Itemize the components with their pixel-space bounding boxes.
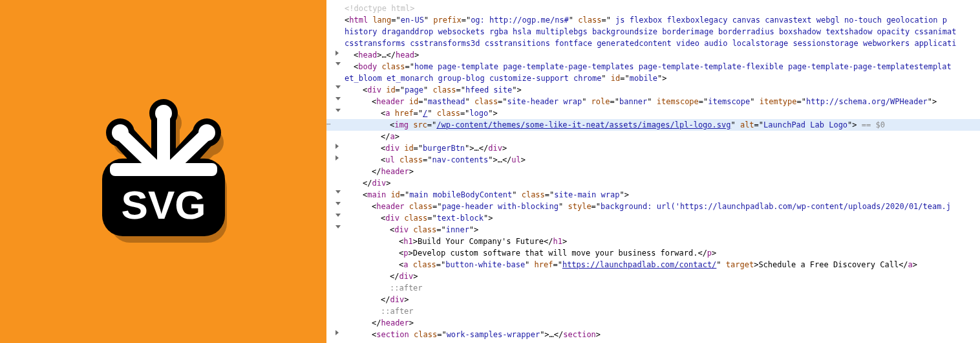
expand-caret-icon[interactable] bbox=[336, 155, 339, 160]
main-open[interactable]: <main id="main mobileBodyContent" class=… bbox=[326, 189, 980, 201]
page-header-open[interactable]: <header class="page-header with-blocking… bbox=[326, 201, 980, 212]
page-div-close[interactable]: </div> bbox=[326, 177, 980, 189]
selected-img-line[interactable]: ⋯<img src="/wp-content/themes/some-like-… bbox=[326, 119, 980, 131]
p-line[interactable]: <p>Develop custom software that will mov… bbox=[326, 247, 980, 259]
inner-open[interactable]: <div class="inner"> bbox=[326, 224, 980, 236]
body-class-cont: et_bloom et_monarch group-blog customize… bbox=[326, 72, 980, 84]
logo-a-open[interactable]: <a href="/" class="logo"> bbox=[326, 107, 980, 119]
text-block-open[interactable]: <div class="text-block"> bbox=[326, 212, 980, 224]
nav-ul[interactable]: <ul class="nav-contents">…</ul> bbox=[326, 154, 980, 166]
page-header-close[interactable]: </header> bbox=[326, 317, 980, 329]
collapse-caret-icon[interactable] bbox=[336, 202, 341, 205]
expand-caret-icon[interactable] bbox=[336, 50, 339, 56]
text-block-close[interactable]: </div> bbox=[326, 294, 980, 305]
svg-logo-icon: SVG bbox=[83, 91, 244, 252]
devtools-elements-panel[interactable]: <!doctype html> <html lang="en-US" prefi… bbox=[326, 0, 980, 343]
html-open[interactable]: <html lang="en-US" prefix="og: http://og… bbox=[326, 14, 980, 26]
header-masthead-open[interactable]: <header id="masthead" class="site-header… bbox=[326, 96, 980, 107]
cta-line[interactable]: <a class="button-white-base" href="https… bbox=[326, 259, 980, 271]
pseudo-after: ::after bbox=[326, 305, 980, 317]
collapse-caret-icon[interactable] bbox=[336, 85, 341, 89]
svg-rect-11 bbox=[110, 163, 217, 176]
svg-text:SVG: SVG bbox=[121, 183, 206, 227]
header-masthead-close[interactable]: </header> bbox=[326, 166, 980, 177]
collapse-caret-icon[interactable] bbox=[336, 225, 341, 228]
collapse-caret-icon[interactable] bbox=[336, 214, 341, 217]
collapse-caret-icon[interactable] bbox=[336, 62, 341, 65]
body-open[interactable]: <body class="home page-template page-tem… bbox=[326, 61, 980, 72]
inner-close[interactable]: </div> bbox=[326, 271, 980, 282]
html-class-cont1: history draganddrop websockets rgba hsla… bbox=[326, 26, 980, 38]
expand-caret-icon[interactable] bbox=[336, 144, 339, 149]
expand-caret-icon[interactable] bbox=[336, 330, 339, 335]
collapse-caret-icon[interactable] bbox=[336, 97, 341, 100]
left-illustration-panel: SVG bbox=[0, 0, 326, 343]
collapse-caret-icon[interactable] bbox=[336, 109, 341, 112]
pseudo-after: ::after bbox=[326, 282, 980, 294]
page-div-open[interactable]: <div id="page" class="hfeed site"> bbox=[326, 84, 980, 96]
head-collapsed[interactable]: <head>…</head> bbox=[326, 49, 980, 61]
h1-line[interactable]: <h1>Build Your Company's Future</h1> bbox=[326, 236, 980, 247]
doctype-line[interactable]: <!doctype html> bbox=[326, 3, 980, 14]
collapse-caret-icon[interactable] bbox=[336, 190, 341, 194]
ellipsis-icon[interactable]: ⋯ bbox=[326, 119, 330, 130]
html-class-cont2: csstransforms csstransforms3d csstransit… bbox=[326, 38, 980, 49]
burger-div[interactable]: <div id="burgerBtn">…</div> bbox=[326, 142, 980, 154]
section-work-samples[interactable]: <section class="work-samples-wrapper">…<… bbox=[326, 329, 980, 340]
logo-a-close[interactable]: </a> bbox=[326, 131, 980, 142]
